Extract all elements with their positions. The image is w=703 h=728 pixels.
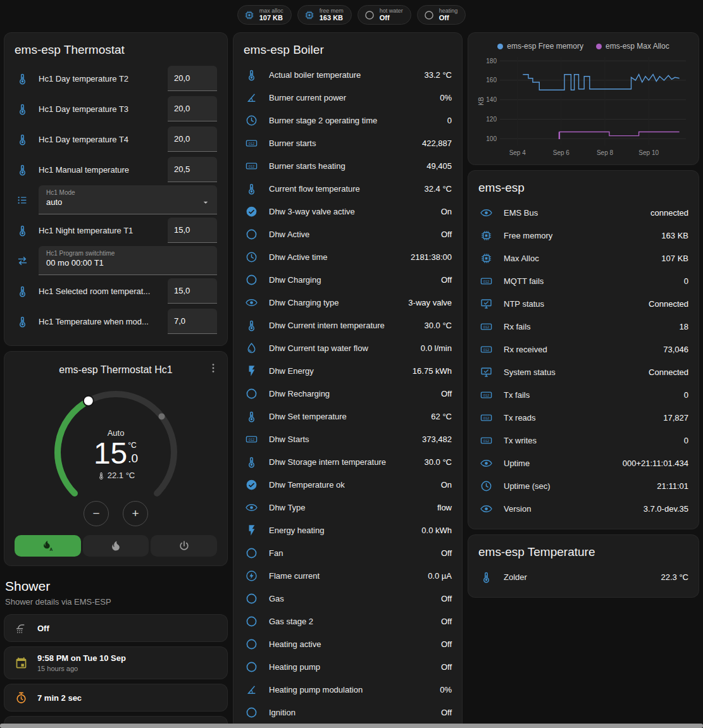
- entity-row[interactable]: Heating pump modulation0%: [244, 678, 452, 701]
- legend-item[interactable]: ems-esp Max Alloc: [596, 42, 669, 51]
- entity-row[interactable]: 012Burner starts422,887: [244, 132, 452, 154]
- entity-label: Hc1 Night temperature T1: [39, 226, 159, 235]
- eye-icon: [478, 206, 494, 219]
- entity-value: 32.4 °C: [424, 184, 452, 194]
- svg-text:012: 012: [248, 164, 254, 168]
- entity-row[interactable]: Heating activeOff: [244, 632, 452, 655]
- svg-text:012: 012: [483, 393, 489, 397]
- number-input[interactable]: 7,0: [168, 309, 217, 334]
- entity-value: 0.0 l/min: [421, 343, 452, 353]
- angle-icon: [244, 683, 259, 696]
- circle-icon: [244, 660, 259, 674]
- entity-row[interactable]: GasOff: [244, 587, 452, 610]
- shower-item[interactable]: 9:58 PM on Tue 10 Sep15 hours ago: [4, 646, 228, 679]
- config-row: Hc1 Program switchtime00 mo 00:00 T1: [15, 245, 217, 276]
- entity-row[interactable]: Dhw 3-way valve activeOn: [244, 200, 452, 223]
- mode-heat-button[interactable]: [83, 535, 149, 557]
- horizontal-scrollbar[interactable]: [0, 724, 703, 728]
- entity-row[interactable]: 012Tx writes0: [478, 429, 688, 452]
- entity-row[interactable]: Dhw Charging type3-way valve: [244, 291, 452, 314]
- thermometer-icon: [244, 410, 259, 423]
- number-input[interactable]: 20,5: [168, 157, 217, 182]
- entity-row[interactable]: Dhw RechargingOff: [244, 382, 452, 405]
- entity-label: Hc1 Temperature when mod...: [39, 317, 159, 326]
- legend-item[interactable]: ems-esp Free memory: [497, 42, 583, 51]
- entity-row[interactable]: Free memory163 KB: [478, 224, 688, 247]
- number-input[interactable]: 20,0: [168, 66, 217, 91]
- entity-row[interactable]: Dhw Active time2181:38:00: [244, 245, 452, 268]
- config-row: Hc1 Modeauto: [15, 185, 217, 215]
- entity-row[interactable]: Dhw ChargingOff: [244, 268, 452, 291]
- number-input[interactable]: 20,0: [168, 126, 217, 152]
- svg-text:012: 012: [483, 325, 489, 329]
- entity-row[interactable]: Zolder22.3 °C: [478, 565, 688, 588]
- entity-label: Tx reads: [504, 413, 653, 423]
- number-input[interactable]: 15,0: [168, 218, 217, 243]
- svg-text:012: 012: [248, 438, 254, 441]
- entity-row[interactable]: FanOff: [244, 541, 452, 564]
- entity-row[interactable]: Burner stage 2 operating time0: [244, 109, 452, 132]
- status-badge[interactable]: max alloc107 KB: [237, 5, 292, 25]
- entity-label: Dhw Charging: [269, 275, 431, 285]
- entity-row[interactable]: Dhw Storage intern temperature30.0 °C: [244, 450, 452, 473]
- mode-auto-button[interactable]: A: [15, 535, 81, 557]
- entity-row[interactable]: Uptime000+21:11:01.434: [478, 452, 688, 474]
- status-badge[interactable]: free mem163 KB: [297, 5, 352, 25]
- thermostat-hc1-card: ems-esp Thermostat Hc1 Auto 15 °C: [4, 351, 228, 566]
- entity-row[interactable]: 012Dhw Starts373,482: [244, 428, 452, 450]
- entity-row[interactable]: Current flow temperature32.4 °C: [244, 177, 452, 200]
- entity-row[interactable]: Version3.7.0-dev.35: [478, 497, 688, 520]
- mode-select[interactable]: Hc1 Modeauto: [39, 185, 217, 214]
- entity-row[interactable]: Dhw Energy16.75 kWh: [244, 359, 452, 382]
- entity-value: 163 KB: [661, 231, 688, 240]
- entity-row[interactable]: Dhw Current tap water flow0.0 l/min: [244, 336, 452, 359]
- entity-row[interactable]: NTP statusConnected: [478, 292, 688, 315]
- entity-row[interactable]: Actual boiler temperature33.2 °C: [244, 63, 452, 86]
- entity-row[interactable]: 012Rx fails18: [478, 315, 688, 338]
- entity-row[interactable]: 012MQTT fails0: [478, 269, 688, 292]
- list-icon: [15, 194, 30, 207]
- shower-item[interactable]: Off: [4, 614, 228, 642]
- badge-label: hot water: [380, 8, 403, 14]
- menu-icon[interactable]: [207, 362, 220, 374]
- temp-unit: °C: [128, 441, 138, 450]
- decrease-temp-button[interactable]: −: [84, 501, 109, 526]
- entity-row[interactable]: 012Tx fails0: [478, 383, 688, 406]
- entity-row[interactable]: Burner current power0%: [244, 86, 452, 109]
- svg-text:120: 120: [486, 116, 497, 123]
- entity-value: Off: [441, 275, 452, 285]
- entity-row[interactable]: 012Rx received73,046: [478, 338, 688, 361]
- entity-row[interactable]: Max Alloc107 KB: [478, 247, 688, 269]
- entity-row[interactable]: 012Tx reads17,827: [478, 406, 688, 429]
- config-row: Hc1 Manual temperature20,5: [15, 154, 217, 185]
- mode-off-button[interactable]: [151, 535, 217, 557]
- entity-row[interactable]: Dhw Set temperature62 °C: [244, 405, 452, 428]
- shower-item[interactable]: 7 min 2 sec: [4, 684, 228, 712]
- entity-row[interactable]: Energy heating0.0 kWh: [244, 519, 452, 541]
- entity-row[interactable]: Heating pumpOff: [244, 655, 452, 678]
- legend-dot: [596, 44, 602, 49]
- entity-row[interactable]: Dhw ActiveOff: [244, 223, 452, 245]
- entity-row[interactable]: Uptime (sec)21:11:01: [478, 474, 688, 497]
- entity-label: Heating active: [269, 639, 431, 649]
- entity-label: NTP status: [504, 299, 638, 309]
- badge-label: free mem: [320, 8, 344, 14]
- entity-row[interactable]: Dhw Temperature okOn: [244, 473, 452, 496]
- entity-value: 422,887: [422, 139, 452, 148]
- entity-row[interactable]: Flame current0.0 µA: [244, 564, 452, 587]
- text-input[interactable]: Hc1 Program switchtime00 mo 00:00 T1: [39, 246, 217, 275]
- number-input[interactable]: 20,0: [168, 96, 217, 121]
- entity-row[interactable]: Dhw Typeflow: [244, 496, 452, 519]
- entity-row[interactable]: Dhw Current intern temperature30.0 °C: [244, 314, 452, 336]
- entity-row[interactable]: Gas stage 2Off: [244, 610, 452, 632]
- entity-row[interactable]: 012Burner starts heating49,405: [244, 154, 452, 177]
- thermostat-dial[interactable]: Auto 15 °C .0 22.1 °C: [49, 386, 182, 519]
- water-pump-icon: [244, 342, 259, 355]
- increase-temp-button[interactable]: +: [123, 501, 148, 526]
- number-input[interactable]: 15,0: [168, 278, 217, 304]
- entity-row[interactable]: EMS Busconnected: [478, 201, 688, 224]
- status-badge[interactable]: heatingOff: [417, 5, 466, 25]
- status-badge[interactable]: hot waterOff: [358, 5, 411, 25]
- entity-row[interactable]: System statusConnected: [478, 361, 688, 383]
- entity-row[interactable]: IgnitionOff: [244, 701, 452, 724]
